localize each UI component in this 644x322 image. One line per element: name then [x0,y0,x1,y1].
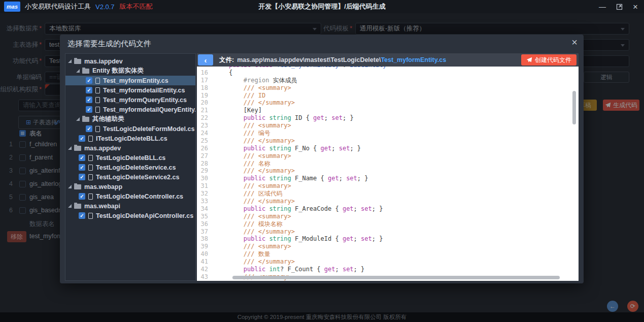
checkbox[interactable]: ✓ [86,77,92,84]
file-icon [88,213,93,219]
code-line: 24 /// 编号 [197,130,579,137]
checkbox[interactable]: ✓ [86,87,92,93]
checkbox[interactable]: ✓ [79,154,85,161]
code-line: 36 /// 模块名称 [197,220,579,228]
line-number: 36 [197,220,214,228]
maximize-icon[interactable] [616,4,623,10]
tree-item-label: ITestLogicDeleteBLL.cs [96,135,167,142]
line-number: 39 [197,243,214,250]
vertical-scrollbar[interactable] [572,91,576,124]
code-line: 42 public int? F_Count { get; set; } [197,266,579,273]
code-line: 22 public string ID { get; set; } [197,114,579,122]
line-number: 32 [197,190,214,198]
tree-folder[interactable]: mas.iappdev [65,56,195,66]
tree-item-label: TestLogicDeleteBLL.cs [96,154,165,162]
file-icon [88,155,93,161]
code-line: 23 /// <summary> [197,122,579,130]
file-icon [88,174,93,180]
code-line: 39 /// <summary> [197,243,579,250]
create-code-file-button[interactable]: 创建代码文件 [521,54,577,66]
expanded-triangle-icon[interactable] [68,59,72,63]
checkbox[interactable]: ✓ [86,96,92,103]
code-line: 38 public string F_ModuleId { get; set; … [197,235,579,243]
code-editor[interactable]: public class Test_myformEntity : BaseEnt… [197,67,579,281]
line-number: 43 [197,273,214,281]
horizontal-scrollbar[interactable] [232,276,560,279]
code-line: 19 /// ID [197,92,579,100]
tree-item-label: 其他辅助类 [92,115,124,123]
tree-folder[interactable]: mas.webapi [65,201,195,211]
tree-folder[interactable]: mas.webapp [65,182,195,191]
folder-icon [74,204,81,209]
file-path: mas.app\mas.iappdev\mastest\TestLogicDel… [237,56,446,63]
code-line: 33 /// </summary> [197,198,579,205]
app-logo: mas [4,2,20,12]
code-line: 26 public string F_No { get; set; } [197,145,579,152]
tree-item-label: mas.appdev [84,145,121,152]
minimize-icon[interactable]: — [599,3,606,10]
tree-file[interactable]: ✓TestLogicDeleteService.cs [65,163,195,172]
code-line: 20 /// </summary> [197,99,579,107]
line-number: 23 [197,122,214,130]
tree-file[interactable]: ✓TestLogicDeleteApiController.cs [65,211,195,220]
tree-item-label: TestLogicDeleteApiController.cs [96,212,193,219]
code-line: 34 public string F_AreaCode { get; set; … [197,205,579,213]
line-number: 20 [197,99,214,107]
line-number: 31 [197,182,214,190]
expanded-triangle-icon[interactable] [68,146,72,150]
app-title: 小安易联代码设计工具 [25,2,91,11]
tree-file[interactable]: ✓TestLogicDeleteBLL.cs [65,153,195,163]
back-button[interactable]: ‹ [198,54,213,66]
line-number: 34 [197,205,214,213]
tree-file[interactable]: ✓TestLogicDeleteFormModel.cs [65,124,195,134]
line-number: 21 [197,107,214,114]
line-number: 29 [197,167,214,175]
expanded-triangle-icon[interactable] [76,117,80,121]
tree-file[interactable]: ✓Test_myformdetailQueryEntity.cs [65,105,195,114]
checkbox[interactable]: ✓ [79,135,85,142]
tree-file[interactable]: ✓Test_myformEntity.cs [65,76,195,85]
close-modal-icon[interactable]: × [571,37,578,47]
tree-folder[interactable]: 其他辅助类 [65,114,195,124]
expanded-triangle-icon[interactable] [76,69,80,73]
tree-folder[interactable]: Entity 数据实体类 [65,66,195,76]
file-icon [95,78,100,84]
code-line: 28 /// 名称 [197,160,579,168]
file-tree-panel: mas.iappdevEntity 数据实体类✓Test_myformEntit… [65,53,196,281]
expanded-triangle-icon[interactable] [68,185,72,188]
code-line: 18 /// <summary> [197,84,579,92]
checkbox[interactable]: ✓ [79,212,85,219]
checkbox[interactable]: ✓ [79,164,85,171]
tree-file[interactable]: ✓TestLogicDeleteController.cs [65,191,195,201]
tree-item-label: mas.webapi [84,203,120,210]
file-icon [95,126,100,132]
tree-file[interactable]: ✓Test_myformQueryEntity.cs [65,95,195,105]
app-version: V2.0.7 [95,3,115,11]
tree-item-label: TestLogicDeleteService2.cs [96,174,179,181]
tree-file[interactable]: ✓TestLogicDeleteService2.cs [65,172,195,182]
folder-icon [74,59,81,64]
line-number: 40 [197,250,214,258]
checkbox[interactable]: ✓ [79,174,85,180]
line-number: 24 [197,130,214,137]
checkbox[interactable]: ✓ [86,125,92,132]
tree-item-label: Test_myformEntity.cs [103,77,168,84]
tree-file[interactable]: ✓ITestLogicDeleteBLL.cs [65,134,195,143]
expanded-triangle-icon[interactable] [68,204,72,208]
line-number: 37 [197,228,214,236]
window-controls: — × [599,0,638,13]
code-line: 27 /// <summary> [197,152,579,160]
line-number: 26 [197,145,214,152]
line-number: 42 [197,266,214,273]
checkbox[interactable]: ✓ [86,106,92,113]
close-window-icon[interactable]: × [633,3,638,11]
tree-file[interactable]: ✓Test_myformdetailEntity.cs [65,85,195,95]
tree-folder[interactable]: mas.appdev [65,143,195,153]
line-number: 38 [197,235,214,243]
version-warning: 版本不匹配 [120,2,153,11]
code-line: 30 public string F_Name { get; set; } [197,175,579,182]
tree-item-label: Test_myformdetailQueryEntity.cs [103,106,196,113]
file-label: 文件: [219,56,234,65]
file-icon [95,107,100,113]
checkbox[interactable]: ✓ [79,193,85,200]
